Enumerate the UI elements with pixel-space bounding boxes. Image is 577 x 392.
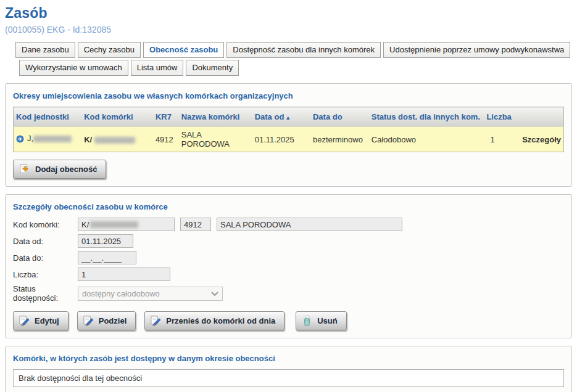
kod-jednostki-prefix: J, bbox=[27, 134, 33, 143]
tab-row-2: Wykorzystanie w umowach Lista umów Dokum… bbox=[19, 60, 572, 76]
status-dostepnosci-select[interactable]: dostępny całodobowo bbox=[78, 287, 223, 301]
liczba-field[interactable]: 1 bbox=[78, 267, 170, 281]
col-kod-komorki[interactable]: Kod komórki bbox=[81, 107, 153, 127]
cell-status: Całodobowo bbox=[369, 127, 484, 152]
tab-dostepnosc-zasobu[interactable]: Dostępność zasobu dla innych komórek bbox=[226, 42, 381, 58]
col-nazwa-komorki[interactable]: Nazwa komórki bbox=[179, 107, 252, 127]
add-presence-button[interactable]: Dodaj obecność bbox=[13, 160, 106, 179]
page-pencil-icon bbox=[150, 316, 162, 327]
status-dostepnosci-label: Status dostępności: bbox=[13, 284, 78, 303]
status-dostepnosci-value: dostępny całodobowo bbox=[82, 289, 160, 298]
kod-komorki-field-redacted bbox=[90, 221, 138, 228]
page-pencil-icon bbox=[83, 316, 94, 327]
tab-bar: Dane zasobu Cechy zasobu Obecność zasobu… bbox=[15, 42, 572, 76]
presence-table-header-row: Kod jednostki Kod komórki KR7 Nazwa komó… bbox=[14, 107, 564, 127]
move-to-unit-button[interactable]: Przenieś do komórki od dnia bbox=[144, 311, 284, 330]
tab-obecnosc-zasobu[interactable]: Obecność zasobu bbox=[143, 42, 224, 58]
liczba-label: Liczba: bbox=[13, 270, 78, 279]
tab-dane-zasobu[interactable]: Dane zasobu bbox=[15, 42, 75, 58]
kod-komorki-prefix: K/ bbox=[84, 135, 92, 144]
kod-komorki-value-prefix: K/ bbox=[81, 220, 89, 229]
trash-icon bbox=[301, 315, 313, 327]
arrow-right-circle-icon[interactable] bbox=[16, 135, 24, 145]
tab-cechy-zasobu[interactable]: Cechy zasobu bbox=[78, 42, 141, 58]
presence-details-section: Szczegóły obecności zasobu w komórce Kod… bbox=[5, 194, 572, 338]
col-status[interactable]: Status dost. dla innych kom. bbox=[369, 107, 484, 127]
delete-label: Usuń bbox=[317, 316, 338, 325]
col-liczba[interactable]: Liczba bbox=[484, 107, 520, 127]
availability-section-title: Komórki, w których zasób jest dostępny w… bbox=[13, 354, 564, 363]
presence-periods-section: Okresy umiejscowienia zasobu we własnych… bbox=[5, 83, 572, 187]
availability-section: Komórki, w których zasób jest dostępny w… bbox=[5, 346, 572, 392]
chevron-down-icon bbox=[211, 289, 218, 298]
kod-komorki-field[interactable]: K/ bbox=[78, 218, 175, 231]
col-kr7[interactable]: KR7 bbox=[153, 107, 179, 127]
cell-kr7: 4912 bbox=[153, 127, 179, 152]
page-plus-icon bbox=[19, 164, 31, 175]
tab-row-1: Dane zasobu Cechy zasobu Obecność zasobu… bbox=[15, 42, 572, 58]
col-data-do[interactable]: Data do bbox=[310, 107, 369, 127]
move-to-unit-label: Przenieś do komórki od dnia bbox=[166, 316, 275, 325]
cell-data-do: bezterminowo bbox=[310, 127, 369, 152]
kod-komorki-redacted bbox=[94, 137, 135, 144]
cell-liczba: 1 bbox=[484, 127, 520, 152]
data-do-field[interactable]: __.__.____ bbox=[78, 251, 136, 264]
cell-kod-komorki: K/ bbox=[81, 127, 153, 152]
split-label: Podziel bbox=[99, 316, 127, 325]
edit-button[interactable]: Edytuj bbox=[13, 311, 68, 330]
kr7-field[interactable]: 4912 bbox=[180, 218, 211, 231]
presence-section-title: Okresy umiejscowienia zasobu we własnych… bbox=[13, 91, 564, 100]
data-od-label: Data od: bbox=[13, 237, 78, 246]
col-data-od[interactable]: Data od▲ bbox=[252, 107, 310, 127]
cell-nazwa-komorki: SALA PORODOWA bbox=[179, 127, 252, 152]
page: Zasób (0010055) EKG - Id:132085 Dane zas… bbox=[0, 0, 577, 392]
cell-data-od: 01.11.2025 bbox=[252, 127, 310, 152]
nazwa-komorki-field[interactable]: SALA PORODOWA bbox=[217, 218, 402, 231]
details-section-title: Szczegóły obecności zasobu w komórce bbox=[13, 202, 564, 211]
split-button[interactable]: Podziel bbox=[77, 311, 136, 330]
presence-table: Kod jednostki Kod komórki KR7 Nazwa komó… bbox=[13, 107, 564, 152]
data-do-label: Data do: bbox=[13, 253, 78, 263]
cell-kod-jednostki: J, bbox=[14, 127, 82, 152]
kod-komorki-label: Kod komórki: bbox=[13, 220, 78, 229]
tab-wykorzystanie[interactable]: Wykorzystanie w umowach bbox=[19, 60, 128, 76]
page-title: Zasób bbox=[5, 5, 572, 22]
delete-button[interactable]: Usuń bbox=[296, 311, 347, 330]
edit-label: Edytuj bbox=[35, 316, 59, 325]
details-link[interactable]: Szczegóły bbox=[520, 127, 563, 152]
presence-table-row[interactable]: J, K/ 4912 SALA PORODOWA 01.11.2025 bezt… bbox=[14, 127, 564, 152]
tab-dokumenty[interactable]: Dokumenty bbox=[186, 60, 239, 76]
tab-lista-umow[interactable]: Lista umów bbox=[131, 60, 184, 76]
availability-empty-message: Brak dostępności dla tej obecności bbox=[13, 369, 564, 387]
col-data-od-label: Data od bbox=[255, 112, 284, 121]
sort-asc-icon: ▲ bbox=[285, 115, 291, 121]
kod-jednostki-redacted bbox=[33, 136, 72, 142]
tab-udostepnienie[interactable]: Udostępnienie poprzez umowy podwykonawst… bbox=[383, 42, 570, 58]
col-details bbox=[520, 107, 563, 127]
add-presence-label: Dodaj obecność bbox=[35, 165, 97, 174]
page-subtitle: (0010055) EKG - Id:132085 bbox=[5, 25, 572, 35]
data-od-field[interactable]: 01.11.2025 bbox=[78, 234, 133, 248]
col-kod-jednostki[interactable]: Kod jednostki bbox=[14, 107, 82, 127]
page-pencil-icon bbox=[19, 316, 30, 327]
